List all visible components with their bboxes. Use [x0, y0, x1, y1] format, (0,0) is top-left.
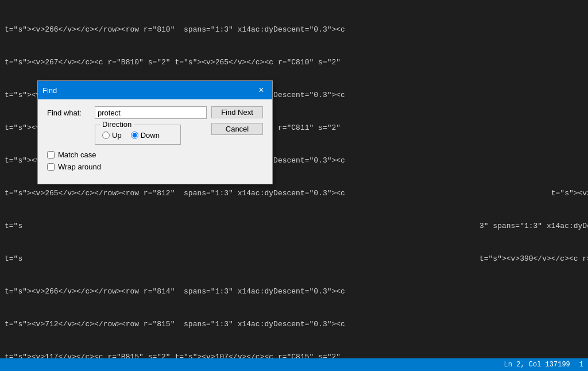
wrap-around-label[interactable]: Wrap around	[58, 163, 101, 171]
status-number: 1	[579, 361, 583, 369]
dialog-left: Find what: Direction Up	[47, 106, 207, 175]
code-line: t="s"><v>712</v></c></row><row r="815" s…	[5, 319, 583, 330]
dialog-titlebar: Find ×	[38, 81, 272, 99]
find-what-label: Find what:	[47, 109, 90, 117]
code-line: t="s t="s"><v>390</v></c><c r="C813" s="…	[5, 253, 583, 264]
match-case-row: Match case	[47, 150, 207, 159]
code-line: t="s"><v>267</v></c><c r="B810" s="2" t=…	[5, 57, 583, 68]
buttons-column: Find Next Cancel	[211, 106, 263, 135]
match-case-label[interactable]: Match case	[58, 150, 96, 159]
radio-up[interactable]	[102, 132, 110, 139]
wrap-around-checkbox[interactable]	[47, 163, 55, 171]
status-bar: Ln 2, Col 137199 1	[0, 358, 588, 371]
close-button[interactable]: ×	[255, 84, 268, 96]
match-case-checkbox[interactable]	[47, 151, 55, 159]
direction-label: Direction	[100, 120, 134, 129]
dialog-title: Find	[42, 86, 57, 95]
code-line: t="s 3" spans="1:3" x14ac:dyDescent="0.3…	[5, 221, 583, 231]
find-dialog[interactable]: Find × Find what: Direction	[37, 80, 273, 184]
code-editor: t="s"><v>266</v></c></row><row r="810" s…	[0, 0, 588, 371]
up-label: Up	[112, 131, 122, 140]
radio-down-label[interactable]: Down	[131, 131, 160, 140]
down-label: Down	[141, 131, 160, 140]
code-line: t="s"><v>266</v></c></row><row r="814" s…	[5, 286, 583, 297]
dialog-body: Find what: Direction Up	[38, 99, 272, 184]
code-line: t="s"><v>266</v></c></row><row r="810" s…	[5, 24, 583, 35]
dialog-main-row: Find what: Direction Up	[47, 106, 263, 175]
radio-down[interactable]	[131, 132, 138, 139]
find-what-input[interactable]	[95, 106, 207, 119]
find-what-row: Find what:	[47, 106, 207, 119]
cursor-position: Ln 2, Col 137199	[504, 361, 570, 369]
wrap-around-row: Wrap around	[47, 163, 207, 171]
direction-radio-group: Up Down	[102, 131, 171, 140]
find-next-button[interactable]: Find Next	[211, 106, 263, 118]
cancel-button[interactable]: Cancel	[211, 123, 263, 135]
code-line: t="s"><v>265</v></c></row><row r="812" s…	[5, 188, 583, 199]
radio-up-label[interactable]: Up	[102, 131, 122, 140]
direction-group: Direction Up Down	[95, 125, 181, 145]
